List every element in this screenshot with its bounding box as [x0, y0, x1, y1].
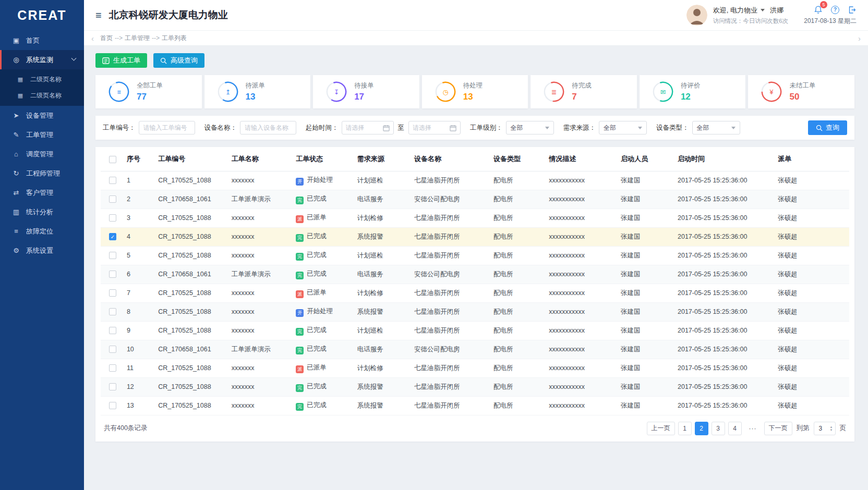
stat-card-to-review[interactable]: ✉待评价12 — [640, 75, 746, 108]
menu-toggle-icon[interactable]: ≡ — [95, 9, 102, 21]
pencil-icon: ✎ — [11, 131, 21, 139]
notification-bell-icon[interactable]: 5 — [814, 5, 823, 15]
svg-text:◷: ◷ — [442, 89, 448, 96]
page-button-3[interactable]: 3 — [712, 422, 725, 435]
cell-status: 开开始处理 — [294, 302, 355, 321]
sidebar-item-fault-location[interactable]: ≡故障定位 — [0, 222, 84, 241]
cell-desc: xxxxxxxxxxx — [547, 284, 619, 302]
goto-page-input[interactable]: 3 ▲▼ — [814, 422, 836, 435]
row-checkbox[interactable] — [109, 252, 116, 259]
cell-device-type: 配电所 — [491, 246, 547, 265]
cell-dispatcher: 张硕超 — [776, 171, 849, 190]
page-button-4[interactable]: 4 — [728, 422, 742, 435]
chevron-down-icon[interactable] — [761, 9, 765, 14]
page-button-2[interactable]: 2 — [695, 422, 708, 435]
spinner-down-icon[interactable]: ▼ — [830, 428, 833, 432]
row-checkbox[interactable] — [109, 308, 116, 315]
row-checkbox[interactable] — [109, 327, 116, 334]
row-checkbox[interactable] — [109, 346, 116, 353]
start-date-input[interactable]: 请选择 — [342, 121, 394, 134]
stat-label: 待评价 — [681, 81, 701, 90]
stat-card-all-orders[interactable]: ≡全部工单77 — [95, 75, 202, 108]
end-date-input[interactable]: 请选择 — [408, 121, 461, 134]
row-checkbox[interactable] — [109, 214, 116, 222]
avatar[interactable] — [686, 5, 707, 26]
sidebar-item-system-monitor[interactable]: ◎系统监测 — [0, 50, 84, 69]
breadcrumb-forward-icon[interactable]: › — [856, 34, 863, 43]
row-checkbox[interactable] — [109, 289, 116, 297]
device-type-select[interactable]: 全部 — [692, 121, 740, 134]
sidebar-item-dispatch-mgmt[interactable]: ⌂调度管理 — [0, 144, 84, 164]
page-button-1[interactable]: 1 — [678, 422, 692, 435]
breadcrumb-back-icon[interactable]: ‹ — [89, 34, 96, 43]
advanced-search-label: 高级查询 — [171, 56, 198, 65]
sidebar-item-statistics[interactable]: ▥统计分析 — [0, 202, 84, 222]
cell-order-no: CR_170525_1088 — [156, 246, 230, 265]
stat-value: 77 — [137, 92, 163, 102]
prev-page-button[interactable]: 上一页 — [647, 422, 675, 435]
record-count: 共有400条记录 — [104, 424, 147, 433]
sidebar-subitem[interactable]: ▦二级页名称 — [0, 88, 84, 104]
monitor-icon: ▣ — [11, 36, 21, 44]
table-row: 10CR_170658_1061工单派单演示完已完成电话服务安德公司配电房配电所… — [101, 340, 849, 359]
table-footer: 共有400条记录 上一页1234···下一页 到第 3 ▲▼ 页 — [101, 415, 849, 442]
generate-order-button[interactable]: 生成工单 — [95, 53, 147, 68]
order-level-label: 工单级别： — [470, 124, 503, 132]
row-checkbox[interactable] — [109, 364, 116, 372]
next-page-button[interactable]: 下一页 — [764, 422, 792, 435]
spinner-icons[interactable]: ▲▼ — [830, 425, 833, 432]
to-label: 至 — [398, 124, 405, 132]
row-checkbox[interactable]: ✓ — [109, 233, 116, 240]
order-icon — [102, 57, 110, 64]
sidebar-item-customer-mgmt[interactable]: ⇄客户管理 — [0, 183, 84, 202]
generate-order-label: 生成工单 — [113, 56, 140, 65]
sidebar-item-system-settings[interactable]: ⚙系统设置 — [0, 241, 84, 260]
cell-status: 开开始处理 — [294, 171, 355, 190]
breadcrumb-item[interactable]: 首页 — [100, 34, 113, 42]
cell-order-no: CR_170525_1088 — [156, 171, 230, 190]
cell-no: 11 — [125, 359, 156, 377]
stat-value: 17 — [354, 92, 374, 102]
cell-no: 13 — [125, 396, 156, 415]
stat-card-to-dispatch[interactable]: ↥待派单13 — [204, 75, 311, 108]
sidebar-item-home[interactable]: ▣首页 — [0, 31, 84, 50]
sidebar-subitem[interactable]: ▦二级页名称 — [0, 71, 84, 88]
sidebar-item-device-mgmt[interactable]: ➤设备管理 — [0, 106, 84, 125]
cell-device: 七星油脂开闭所 — [412, 377, 491, 396]
row-checkbox[interactable] — [109, 195, 116, 203]
row-checkbox[interactable] — [109, 177, 116, 184]
cell-status: 完已完成 — [294, 396, 355, 415]
demand-source-select[interactable]: 全部 — [599, 121, 647, 134]
sidebar-item-workorder-mgmt[interactable]: ✎工单管理 — [0, 125, 84, 144]
stat-value: 12 — [681, 92, 701, 102]
breadcrumb-item[interactable]: 工单列表 — [162, 34, 187, 42]
stat-card-unsettled[interactable]: ¥未结工单50 — [748, 75, 854, 108]
device-name-input[interactable] — [240, 121, 296, 134]
row-checkbox[interactable] — [109, 383, 116, 390]
cell-start-time: 2017-05-25 15:25:36:00 — [676, 359, 776, 377]
order-level-select[interactable]: 全部 — [506, 121, 554, 134]
sidebar-item-engineer-mgmt[interactable]: ↻工程师管理 — [0, 164, 84, 183]
search-icon — [160, 57, 167, 64]
row-checkbox[interactable] — [109, 402, 116, 409]
stat-card-to-finish[interactable]: ≣待完成7 — [531, 75, 637, 108]
cell-device-type: 配电所 — [491, 190, 547, 209]
stat-card-to-accept[interactable]: ↧待接单17 — [313, 75, 419, 108]
cell-order-no: CR_170525_1088 — [156, 302, 230, 321]
logout-icon[interactable] — [848, 6, 857, 14]
cell-order-no: CR_170525_1088 — [156, 377, 230, 396]
search-button[interactable]: 查询 — [808, 120, 847, 135]
chevron-down-icon — [638, 127, 642, 131]
advanced-search-button[interactable]: 高级查询 — [153, 53, 204, 68]
breadcrumb-item[interactable]: 工单管理 — [125, 34, 150, 42]
stat-info: 全部工单77 — [137, 81, 163, 102]
cell-device: 七星油脂开闭所 — [412, 321, 491, 340]
row-checkbox[interactable] — [109, 271, 116, 278]
device-type-value: 全部 — [697, 124, 709, 132]
select-all-checkbox[interactable] — [109, 156, 116, 163]
help-icon[interactable]: ? — [831, 6, 839, 14]
stat-card-to-process[interactable]: ◷待处理13 — [422, 75, 528, 108]
status-badge-icon: 开 — [296, 309, 304, 317]
cell-device-type: 配电所 — [491, 396, 547, 415]
order-no-input[interactable] — [139, 121, 195, 134]
